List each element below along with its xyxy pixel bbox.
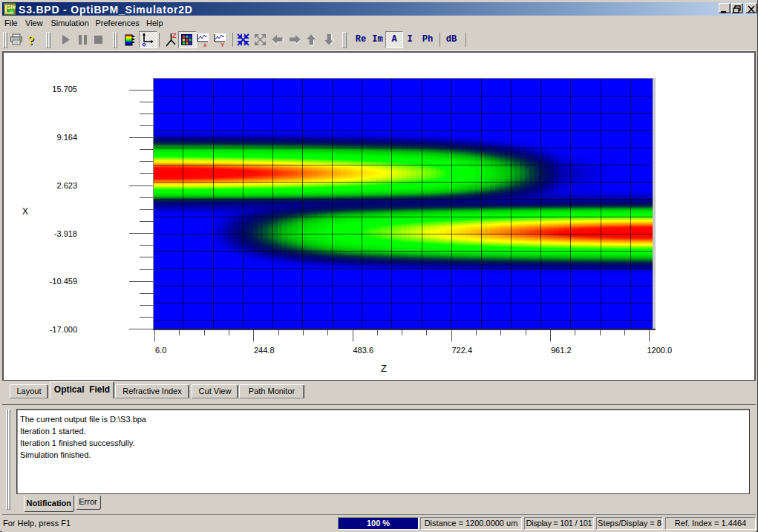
svg-text:Y: Y: [220, 42, 225, 48]
svg-text:?: ?: [28, 33, 35, 47]
svg-text:x: x: [203, 42, 207, 48]
svg-text:SIM: SIM: [7, 4, 16, 10]
svg-text:Z: Z: [172, 32, 177, 39]
